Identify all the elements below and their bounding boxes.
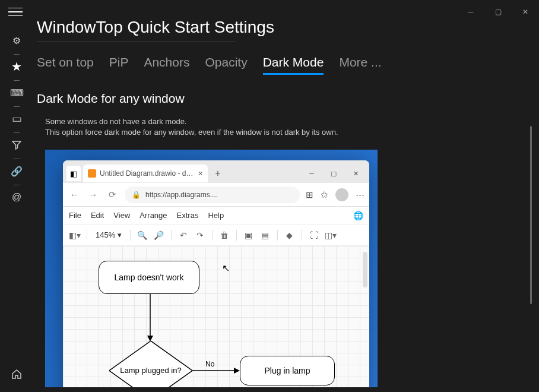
- tabs: Set on top PiP Anchors Opacity Dark Mode…: [37, 55, 531, 75]
- reload-icon: ⟳: [106, 189, 119, 200]
- menu-arrange: Arrange: [139, 211, 167, 220]
- sidebar-toggle-icon: ◧▾: [69, 230, 81, 240]
- menu-extras: Extras: [177, 211, 199, 220]
- scrollbar[interactable]: [530, 126, 532, 304]
- url-text: https://app.diagrams....: [145, 191, 218, 199]
- tab-opacity[interactable]: Opacity: [205, 55, 247, 75]
- main-content: WindowTop Quick Start Settings Set on to…: [31, 24, 539, 392]
- desc-line1: Some windows do not have a dark mode.: [45, 116, 531, 127]
- new-tab-icon: +: [210, 166, 226, 181]
- tab-dark-mode[interactable]: Dark Mode: [263, 55, 324, 75]
- menu-view: View: [113, 211, 130, 220]
- home-icon[interactable]: [2, 362, 31, 386]
- browser-addressbar: ← → ⟳ 🔒 https://app.diagrams.... ⊞ ✩ ⋯: [63, 183, 369, 207]
- tab-more[interactable]: More ...: [339, 55, 381, 75]
- back-icon2: ▤: [259, 230, 271, 240]
- browser-tabbar: ◧ Untitled Diagram.drawio - diagra × + ─…: [63, 160, 369, 183]
- tab-close-icon: ×: [198, 169, 203, 178]
- tab-set-on-top[interactable]: Set on top: [37, 55, 94, 75]
- sidebar: ⚙ ★ ⌨ ▭ 🔗 @: [0, 24, 31, 392]
- browser-tab: Untitled Diagram.drawio - diagra ×: [83, 165, 208, 182]
- fill-icon: ◆: [284, 230, 296, 240]
- zoom-out-icon: 🔎: [153, 230, 165, 240]
- tab-favicon: [88, 169, 96, 178]
- back-icon: ←: [68, 189, 81, 200]
- menu-edit: Edit: [91, 211, 104, 220]
- delete-icon: 🗑: [218, 230, 230, 240]
- desc-line2: This option force dark mode for any wind…: [45, 127, 531, 138]
- tab-pip[interactable]: PiP: [109, 55, 129, 75]
- format-icon: ◫▾: [325, 230, 337, 240]
- hamburger-icon[interactable]: [8, 5, 23, 19]
- favorites-icon: ✩: [321, 189, 328, 200]
- tab-title: Untitled Diagram.drawio - diagra: [100, 169, 195, 178]
- page-title: WindowTop Quick Start Settings: [37, 18, 531, 37]
- forward-icon: →: [87, 189, 100, 200]
- preview-browser-window: ◧ Untitled Diagram.drawio - diagra × + ─…: [63, 160, 369, 387]
- gear-icon[interactable]: ⚙: [2, 29, 31, 52]
- section-heading: Dark Mode for any window: [37, 91, 531, 106]
- preview-maximize-icon: ▢: [324, 170, 344, 178]
- drawio-canvas: Lamp doesn't work Lamp plugged in? No Pl…: [63, 246, 369, 387]
- section-description: Some windows do not have a dark mode. Th…: [45, 116, 531, 138]
- front-icon: ▣: [243, 230, 255, 240]
- title-divider: [37, 42, 236, 42]
- app-window: ─ ▢ ✕ ⚙ ★ ⌨ ▭ 🔗 @ WindowTop Quick Start …: [0, 0, 539, 392]
- keyboard2-icon[interactable]: ▭: [2, 107, 31, 131]
- preview-minimize-icon: ─: [302, 170, 321, 177]
- globe-icon: 🌐: [353, 211, 363, 220]
- link-icon[interactable]: 🔗: [2, 159, 31, 183]
- undo-icon: ↶: [177, 230, 189, 240]
- extension-icon: ⊞: [306, 189, 313, 200]
- menu-dots-icon: ⋯: [356, 189, 364, 200]
- flow-arrow-down: [147, 294, 153, 342]
- preview-close-icon: ✕: [346, 170, 366, 178]
- drawio-toolbar: ◧▾ 145% ▾ 🔍 🔎 ↶ ↷ 🗑 ▣ ▤: [63, 225, 369, 246]
- tab-anchors[interactable]: Anchors: [144, 55, 189, 75]
- funnel-icon[interactable]: [2, 133, 31, 157]
- zoom-in-icon: 🔍: [137, 230, 148, 240]
- svg-marker-4: [234, 368, 240, 374]
- zoom-level: 145% ▾: [93, 230, 124, 239]
- flow-node-start: Lamp doesn't work: [99, 261, 199, 294]
- flow-node-action: Plug in lamp: [240, 356, 335, 385]
- menu-help: Help: [208, 211, 224, 220]
- url-field: 🔒 https://app.diagrams....: [125, 186, 300, 203]
- redo-icon: ↷: [194, 230, 206, 240]
- flow-arrow-right: [192, 368, 240, 374]
- avatar-icon: [335, 188, 348, 201]
- flow-node-decision: Lamp plugged in?: [109, 341, 192, 387]
- at-icon[interactable]: @: [2, 185, 31, 209]
- cursor-icon: ↖: [222, 263, 230, 274]
- keyboard-icon[interactable]: ⌨: [2, 81, 31, 105]
- menu-file: File: [69, 211, 81, 220]
- preview-image: ◧ Untitled Diagram.drawio - diagra × + ─…: [45, 150, 378, 387]
- flow-edge-label-no: No: [205, 360, 214, 368]
- star-icon[interactable]: ★: [2, 55, 31, 78]
- lock-icon: 🔒: [132, 191, 141, 199]
- browser-tab-list-icon: ◧: [66, 166, 81, 181]
- drawio-menubar: File Edit View Arrange Extras Help 🌐: [63, 207, 369, 225]
- fullscreen-icon: ⛶: [308, 230, 320, 240]
